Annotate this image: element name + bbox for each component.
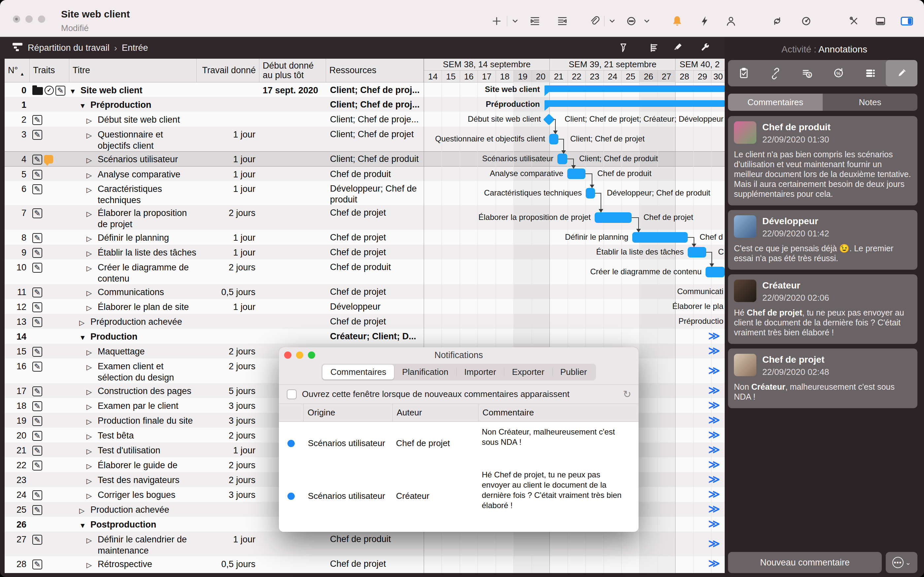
disclosure-leaf-icon[interactable]: ▷	[86, 154, 98, 166]
task-row[interactable]: 13✎▷Préproduction achevéeChef de projet	[5, 314, 725, 329]
quick-bolt-icon[interactable]	[697, 15, 712, 28]
disclosure-leaf-icon[interactable]: ▷	[86, 129, 98, 141]
mode-link-icon[interactable]	[760, 60, 792, 86]
comment-card[interactable]: Créateur22/09/2020 02:06Hé Chef de proje…	[728, 274, 918, 344]
tab-commentaires[interactable]: Commentaires	[728, 93, 823, 111]
disclosure-leaf-icon[interactable]: ▷	[86, 247, 98, 259]
dialog-tab-publier[interactable]: Publier	[552, 365, 595, 379]
column-header-start[interactable]: Début donné au plus tôt	[259, 59, 326, 82]
column-header-num-sorted[interactable]: N°▲	[5, 59, 30, 82]
minimize-button[interactable]	[26, 16, 33, 23]
chevron-down-icon[interactable]	[605, 15, 619, 28]
panel-right-active-icon[interactable]	[900, 15, 914, 28]
group-bars-icon[interactable]	[647, 41, 661, 55]
disclosure-leaf-icon[interactable]: ▷	[86, 534, 98, 546]
mode-percent-clock-icon[interactable]: %	[823, 60, 855, 86]
panel-bottom-icon[interactable]	[873, 15, 888, 28]
disclosure-leaf-icon[interactable]: ▷	[86, 385, 98, 398]
chevron-down-icon[interactable]	[640, 15, 654, 28]
open-on-new-comments-checkbox[interactable]	[287, 389, 297, 399]
breadcrumb-section[interactable]: Entrée	[122, 43, 148, 53]
task-row[interactable]: 11✎▷Communications0,5 joursChef de proje…	[5, 284, 725, 299]
mode-cost-icon[interactable]: $	[791, 60, 823, 86]
task-row[interactable]: 6✎▷Caractéristiques techniques1 jourDéve…	[5, 181, 725, 205]
task-row[interactable]: 27✎▷Définir le calendrier de maintenance…	[5, 532, 725, 556]
disclosure-leaf-icon[interactable]: ▷	[86, 346, 98, 358]
task-row[interactable]: 1▼PréproductionClient; Chef de proj...	[5, 97, 725, 112]
disclosure-leaf-icon[interactable]: ▷	[86, 301, 98, 314]
disclosure-leaf-icon[interactable]: ▷	[86, 559, 98, 571]
disclosure-open-icon[interactable]: ▼	[79, 331, 90, 343]
task-row[interactable]: 28✎▷Rétrospective0,5 joursChef de projet	[5, 556, 725, 571]
dialog-tab-exporter[interactable]: Exporter	[504, 365, 552, 379]
column-header-resources[interactable]: Ressources	[326, 59, 424, 82]
disclosure-leaf-icon[interactable]: ▷	[86, 207, 98, 219]
person-icon[interactable]	[724, 15, 738, 28]
disclosure-leaf-icon[interactable]: ▷	[86, 361, 98, 373]
task-row[interactable]: 10✎▷Créer le diagramme de contenu2 jours…	[5, 259, 725, 284]
outdent-icon[interactable]	[555, 15, 570, 28]
disclosure-leaf-icon[interactable]: ▷	[86, 400, 98, 413]
dialog-tab-planification[interactable]: Planification	[394, 365, 456, 379]
column-header-title[interactable]: Titre	[69, 59, 197, 82]
tab-notes[interactable]: Notes	[823, 93, 918, 111]
notifications-bell-icon[interactable]	[670, 15, 685, 28]
task-row[interactable]: 12✎▷Élaborer le plan de site1 jourDévelo…	[5, 299, 725, 314]
indent-icon[interactable]	[528, 15, 542, 28]
breadcrumb[interactable]: Répartition du travail › Entrée	[12, 42, 148, 54]
more-circle-icon[interactable]	[624, 15, 638, 28]
disclosure-leaf-icon[interactable]: ▷	[86, 459, 98, 472]
add-icon[interactable]	[489, 15, 504, 28]
style-brush-icon[interactable]	[670, 41, 685, 55]
disclosure-leaf-icon[interactable]: ▷	[86, 415, 98, 427]
column-header-work[interactable]: Travail donné	[197, 59, 259, 82]
task-row[interactable]: 3✎▷Questionnaire et objectifs client1 jo…	[5, 127, 725, 152]
comment-card[interactable]: Développeur22/09/2020 01:42C'est ce que …	[728, 210, 918, 270]
dialog-tab-commentaires[interactable]: Commentaires	[322, 365, 394, 379]
chevron-down-icon[interactable]	[508, 15, 522, 28]
comment-card[interactable]: Chef de projet22/09/2020 02:48Non Créate…	[728, 348, 918, 408]
disclosure-leaf-icon[interactable]: ▷	[86, 114, 98, 126]
filter-funnel-icon[interactable]	[616, 41, 631, 55]
notification-row[interactable]: Scénarios utilisateurCréateurHé Chef de …	[279, 465, 638, 527]
comment-card[interactable]: Chef de produit22/09/2020 01:30Le client…	[728, 116, 918, 205]
disclosure-leaf-icon[interactable]: ▷	[86, 489, 98, 501]
comment-more-button[interactable]: ••• ⌄	[886, 552, 918, 573]
task-row[interactable]: 5✎▷Analyse comparative1 jourChef de prod…	[5, 166, 725, 181]
settings-wrench-icon[interactable]	[698, 41, 713, 55]
dialog-tab-importer[interactable]: Importer	[456, 365, 504, 379]
task-row[interactable]: 0✓✎▼Site web client17 sept. 2020Client; …	[5, 82, 725, 97]
disclosure-leaf-icon[interactable]: ▷	[86, 232, 98, 244]
disclosure-leaf-icon[interactable]: ▷	[86, 183, 98, 195]
task-row[interactable]: 8✎▷Définir le planning1 jourChef de proj…	[5, 230, 725, 245]
disclosure-open-icon[interactable]: ▼	[69, 85, 81, 97]
task-row[interactable]: 4✎▷Scénarios utilisateur1 jourClient; Ch…	[5, 152, 725, 166]
dashboard-icon[interactable]	[799, 15, 813, 28]
sync-icon[interactable]	[770, 15, 784, 28]
notification-row[interactable]: Scénarios utilisateurChef de projetNon C…	[279, 422, 638, 465]
close-button[interactable]	[13, 16, 20, 23]
task-row[interactable]: 9✎▷Établir la liste des tâches1 jourChef…	[5, 245, 725, 259]
breadcrumb-view[interactable]: Répartition du travail	[28, 43, 110, 53]
task-row[interactable]: 2✎▷Début site web clientClient; Chef de …	[5, 112, 725, 127]
zoom-button[interactable]	[38, 16, 45, 23]
task-row[interactable]: 14▼ProductionCréateur; Client; D...	[5, 329, 725, 343]
disclosure-leaf-icon[interactable]: ▷	[86, 287, 98, 299]
new-comment-button[interactable]: Nouveau commentaire	[728, 552, 882, 573]
column-header-traits[interactable]: Traits	[30, 59, 69, 82]
disclosure-leaf-icon[interactable]: ▷	[86, 169, 98, 181]
tools-icon[interactable]	[847, 15, 861, 28]
refresh-icon[interactable]: ↻	[623, 388, 631, 400]
disclosure-open-icon[interactable]: ▼	[79, 99, 90, 111]
disclosure-open-icon[interactable]: ▼	[79, 519, 90, 531]
disclosure-leaf-icon[interactable]: ▷	[86, 445, 98, 457]
disclosure-leaf-icon[interactable]: ▷	[86, 430, 98, 442]
disclosure-leaf-icon[interactable]: ▷	[79, 316, 90, 329]
mode-clipboard-check-icon[interactable]	[728, 60, 760, 86]
disclosure-leaf-icon[interactable]: ▷	[86, 262, 98, 274]
disclosure-leaf-icon[interactable]: ▷	[79, 504, 90, 516]
disclosure-leaf-icon[interactable]: ▷	[86, 474, 98, 487]
mode-pencil-edit-icon[interactable]	[886, 60, 918, 86]
attach-icon[interactable]	[587, 15, 602, 28]
mode-rows-icon[interactable]	[855, 60, 886, 86]
